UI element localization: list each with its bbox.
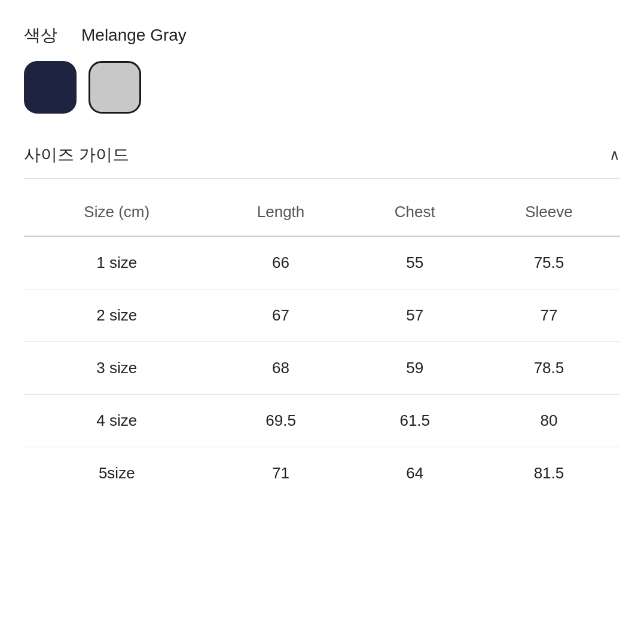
table-row: 4 size69.561.580 [24, 395, 620, 447]
cell-chest: 59 [352, 342, 478, 395]
cell-size: 4 size [24, 395, 209, 447]
cell-sleeve: 81.5 [478, 447, 620, 500]
cell-sleeve: 80 [478, 395, 620, 447]
color-label-row: 색상 Melange Gray [24, 24, 620, 47]
cell-size: 3 size [24, 342, 209, 395]
size-guide-title: 사이즈 가이드 [24, 144, 129, 166]
color-swatches [24, 61, 620, 114]
chevron-up-icon[interactable]: ∧ [609, 146, 620, 163]
color-label: 색상 [24, 24, 57, 47]
color-section: 색상 Melange Gray [24, 24, 620, 114]
cell-size: 1 size [24, 236, 209, 289]
size-guide-section: 사이즈 가이드 ∧ Size (cm) Length Chest Sleeve … [24, 138, 620, 499]
cell-chest: 57 [352, 289, 478, 342]
cell-size: 2 size [24, 289, 209, 342]
size-table: Size (cm) Length Chest Sleeve 1 size6655… [24, 191, 620, 499]
table-row: 2 size675777 [24, 289, 620, 342]
cell-size: 5size [24, 447, 209, 500]
cell-length: 66 [209, 236, 352, 289]
cell-chest: 64 [352, 447, 478, 500]
cell-chest: 55 [352, 236, 478, 289]
size-guide-header: 사이즈 가이드 ∧ [24, 138, 620, 179]
cell-chest: 61.5 [352, 395, 478, 447]
table-header-row: Size (cm) Length Chest Sleeve [24, 191, 620, 236]
cell-sleeve: 78.5 [478, 342, 620, 395]
col-header-size: Size (cm) [24, 191, 209, 236]
cell-length: 67 [209, 289, 352, 342]
color-selected-name: Melange Gray [81, 26, 187, 45]
cell-length: 69.5 [209, 395, 352, 447]
cell-length: 68 [209, 342, 352, 395]
col-header-chest: Chest [352, 191, 478, 236]
table-row: 1 size665575.5 [24, 236, 620, 289]
color-swatch-navy[interactable] [24, 61, 77, 114]
col-header-sleeve: Sleeve [478, 191, 620, 236]
table-row: 5size716481.5 [24, 447, 620, 500]
col-header-length: Length [209, 191, 352, 236]
cell-sleeve: 75.5 [478, 236, 620, 289]
cell-sleeve: 77 [478, 289, 620, 342]
color-swatch-gray[interactable] [88, 61, 141, 114]
table-row: 3 size685978.5 [24, 342, 620, 395]
cell-length: 71 [209, 447, 352, 500]
